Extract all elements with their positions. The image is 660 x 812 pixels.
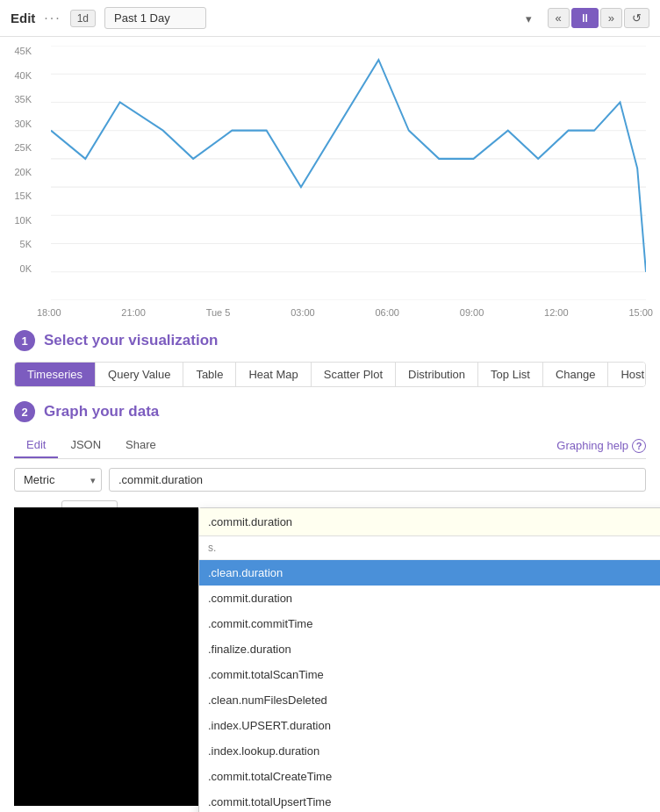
dropdown-item-clean-numfilesdeleted[interactable]: .clean.numFilesDeleted <box>199 687 660 713</box>
tab-table[interactable]: Table <box>183 363 236 386</box>
time-range-select[interactable]: Past 1 Day Past 1 Hour Past 4 Hours Past… <box>104 7 206 29</box>
metric-select-wrap[interactable]: Metric <box>14 468 102 492</box>
tab-host[interactable]: Host <box>608 363 646 386</box>
y-label-5k: 5K <box>20 239 32 249</box>
time-badge: 1d <box>70 10 96 27</box>
dropdown-item-commit-totalupserttime[interactable]: .commit.totalUpsertTime <box>199 789 660 812</box>
dropdown-item-clean-duration[interactable]: .clean.duration <box>199 560 660 586</box>
dropdown-item-commit-totalcreatetime[interactable]: .commit.totalCreateTime <box>199 764 660 789</box>
dropdown-search-input[interactable] <box>199 508 660 536</box>
metric-row: Metric <box>14 468 646 492</box>
x-axis: 18:00 21:00 Tue 5 03:00 06:00 09:00 12:0… <box>37 304 653 318</box>
y-label-0k: 0K <box>20 263 32 274</box>
dropdown-item-index-upsert-duration[interactable]: .index.UPSERT.duration <box>199 713 660 738</box>
metric-section: Metric s. .clean.duration .commit.durati… <box>14 468 646 492</box>
tab-query-value[interactable]: Query Value <box>96 363 183 386</box>
tab-timeseries[interactable]: Timeseries <box>15 363 96 386</box>
tab-distribution[interactable]: Distribution <box>396 363 478 386</box>
dropdown-hint: s. <box>199 536 660 560</box>
tab-scatter-plot[interactable]: Scatter Plot <box>312 363 396 386</box>
y-label-40k: 40K <box>14 70 32 81</box>
x-label-03: 03:00 <box>291 307 315 318</box>
chart-area: 45K 40K 35K 30K 25K 20K 15K 10K 5K 0K 18… <box>0 37 660 318</box>
dropdown-item-finalize-duration[interactable]: .finalize.duration <box>199 636 660 662</box>
x-label-06: 06:00 <box>375 307 399 318</box>
section2-header: 2 Graph your data <box>14 401 646 422</box>
y-label-15k: 15K <box>14 190 32 201</box>
tab-change[interactable]: Change <box>543 363 609 386</box>
dropdown-item-commit-duration[interactable]: .commit.duration <box>199 586 660 611</box>
help-icon: ? <box>632 439 646 453</box>
section-visualization: 1 Select your visualization Timeseries Q… <box>0 318 660 394</box>
graph-tab-share[interactable]: Share <box>113 433 169 458</box>
x-label-tue: Tue 5 <box>206 307 231 318</box>
y-label-45k: 45K <box>14 46 32 56</box>
section-graph: 2 Graph your data Edit JSON Share Graphi… <box>0 394 660 637</box>
dropdown-item-index-lookup-duration[interactable]: .index.lookup.duration <box>199 738 660 764</box>
y-label-20k: 20K <box>14 167 32 177</box>
dropdown-item-commit-committime[interactable]: .commit.commitTime <box>199 611 660 636</box>
black-box-overlay <box>14 507 198 806</box>
x-label-21: 21:00 <box>121 307 146 318</box>
edit-label: Edit <box>11 11 35 25</box>
graphing-help-label: Graphing help <box>556 439 628 452</box>
metric-input[interactable] <box>109 468 646 492</box>
tab-heat-map[interactable]: Heat Map <box>236 363 311 386</box>
y-label-30k: 30K <box>14 119 32 129</box>
graph-tab-json[interactable]: JSON <box>58 433 113 458</box>
x-label-12: 12:00 <box>544 307 569 318</box>
section1-number: 1 <box>14 330 35 351</box>
y-axis: 45K 40K 35K 30K 25K 20K 15K 10K 5K 0K <box>0 46 37 274</box>
header-controls: « ⏸ » ↺ <box>548 8 649 28</box>
metric-dropdown: s. .clean.duration .commit.duration .com… <box>198 507 660 812</box>
y-label-25k: 25K <box>14 142 32 153</box>
viz-tabs-container: Timeseries Query Value Table Heat Map Sc… <box>14 362 646 387</box>
graphing-help[interactable]: Graphing help ? <box>556 439 646 453</box>
chart-svg <box>51 46 646 300</box>
prev-button[interactable]: « <box>548 8 570 28</box>
section2-number: 2 <box>14 401 35 422</box>
x-label-09: 09:00 <box>460 307 484 318</box>
tab-top-list[interactable]: Top List <box>478 363 543 386</box>
time-range-select-wrap[interactable]: Past 1 Day Past 1 Hour Past 4 Hours Past… <box>104 7 538 29</box>
viz-tabs: Timeseries Query Value Table Heat Map Sc… <box>14 362 646 387</box>
x-label-15: 15:00 <box>628 307 653 318</box>
pause-button[interactable]: ⏸ <box>571 8 599 28</box>
header-dots: ··· <box>44 11 61 26</box>
y-label-10k: 10K <box>14 215 32 226</box>
section1-header: 1 Select your visualization <box>14 330 646 351</box>
refresh-button[interactable]: ↺ <box>624 8 649 28</box>
x-label-18: 18:00 <box>37 307 61 318</box>
metric-select[interactable]: Metric <box>14 468 102 492</box>
y-label-35k: 35K <box>14 94 32 104</box>
graph-tabs-row: Edit JSON Share Graphing help ? <box>14 433 646 459</box>
graph-tab-edit[interactable]: Edit <box>14 433 58 458</box>
next-button[interactable]: » <box>600 8 622 28</box>
header: Edit ··· 1d Past 1 Day Past 1 Hour Past … <box>0 0 660 37</box>
section2-title: Graph your data <box>44 403 159 420</box>
section1-title: Select your visualization <box>44 332 218 349</box>
dropdown-item-commit-totalscantime[interactable]: .commit.totalScanTime <box>199 662 660 687</box>
